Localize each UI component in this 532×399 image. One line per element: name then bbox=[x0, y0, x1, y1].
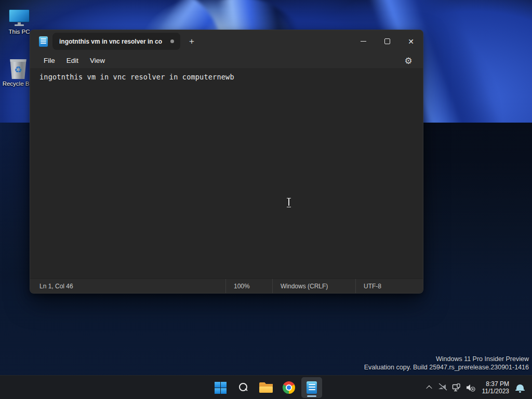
notepad-menubar: File Edit View bbox=[30, 52, 423, 68]
watermark-line-1: Windows 11 Pro Insider Preview bbox=[364, 355, 529, 364]
evaluation-watermark: Windows 11 Pro Insider Preview Evaluatio… bbox=[364, 355, 529, 371]
desktop: This PC ♻ Recycle Bin Windows 11 Pro Ins… bbox=[0, 0, 532, 399]
notepad-icon bbox=[307, 381, 317, 394]
active-app-indicator bbox=[307, 395, 316, 397]
window-controls: ✕ bbox=[351, 30, 423, 52]
close-icon: ✕ bbox=[408, 37, 414, 46]
volume-button[interactable] bbox=[464, 377, 478, 398]
notepad-app-icon bbox=[39, 36, 48, 47]
editor-line-1: ingotnthis vm in vnc resolver in compute… bbox=[39, 73, 234, 81]
taskbar-clock[interactable]: 8:37 PM 11/1/2023 bbox=[482, 380, 510, 395]
maximize-button[interactable] bbox=[375, 30, 399, 52]
search-icon bbox=[238, 382, 248, 393]
network-disconnected-icon bbox=[438, 383, 447, 392]
search-button[interactable] bbox=[233, 377, 254, 398]
status-line-ending[interactable]: Windows (CRLF) bbox=[272, 279, 355, 293]
system-tray: 8:37 PM 11/1/2023 bbox=[422, 376, 528, 399]
network-status-button[interactable] bbox=[436, 377, 450, 398]
notepad-titlebar[interactable]: ingotnthis vm in vnc resolver in co + ✕ bbox=[30, 30, 423, 52]
ibeam-cursor bbox=[286, 197, 291, 207]
taskbar-center-icons bbox=[210, 377, 322, 398]
clock-date: 11/1/2023 bbox=[482, 388, 510, 395]
menu-edit[interactable]: Edit bbox=[61, 55, 84, 66]
editor-text-area[interactable]: ingotnthis vm in vnc resolver in compute… bbox=[30, 68, 423, 278]
folder-icon bbox=[259, 382, 273, 393]
taskbar: 8:37 PM 11/1/2023 bbox=[0, 375, 532, 399]
settings-gear-icon[interactable]: ⚙ bbox=[402, 55, 415, 67]
maximize-icon bbox=[384, 38, 390, 44]
minimize-icon bbox=[361, 41, 366, 42]
tab-title: ingotnthis vm in vnc resolver in co bbox=[59, 38, 162, 45]
minimize-button[interactable] bbox=[351, 30, 375, 52]
menu-view[interactable]: View bbox=[84, 55, 111, 66]
new-tab-button[interactable]: + bbox=[184, 34, 199, 49]
watermark-line-2: Evaluation copy. Build 25947.rs_prerelea… bbox=[364, 364, 529, 372]
menu-file[interactable]: File bbox=[38, 55, 61, 66]
windows-logo-icon bbox=[215, 382, 227, 394]
file-explorer-button[interactable] bbox=[256, 377, 276, 398]
notepad-taskbar-button[interactable] bbox=[301, 377, 322, 398]
status-cursor-position: Ln 1, Col 46 bbox=[30, 283, 225, 290]
this-pc-icon bbox=[9, 9, 30, 27]
recycle-bin-icon: ♻ bbox=[9, 59, 27, 79]
chrome-icon bbox=[283, 381, 295, 394]
notepad-tab[interactable]: ingotnthis vm in vnc resolver in co bbox=[52, 33, 180, 50]
notepad-statusbar: Ln 1, Col 46 100% Windows (CRLF) UTF-8 bbox=[30, 278, 423, 293]
close-button[interactable]: ✕ bbox=[399, 30, 423, 52]
notepad-window: ingotnthis vm in vnc resolver in co + ✕ … bbox=[30, 30, 423, 294]
start-button[interactable] bbox=[210, 377, 231, 398]
status-zoom-level[interactable]: 100% bbox=[225, 279, 272, 293]
clock-time: 8:37 PM bbox=[482, 380, 510, 388]
recycle-symbol-icon: ♻ bbox=[14, 65, 22, 74]
notification-bell-icon bbox=[516, 384, 524, 391]
hardware-button[interactable] bbox=[450, 377, 464, 398]
volume-muted-icon bbox=[466, 383, 476, 392]
hidden-icons-chevron[interactable] bbox=[422, 377, 436, 398]
chevron-up-icon bbox=[426, 385, 432, 391]
status-encoding[interactable]: UTF-8 bbox=[355, 279, 423, 293]
display-device-icon bbox=[452, 383, 461, 392]
notification-button[interactable] bbox=[512, 377, 528, 398]
unsaved-dot-icon bbox=[170, 39, 174, 43]
chrome-button[interactable] bbox=[278, 377, 299, 398]
